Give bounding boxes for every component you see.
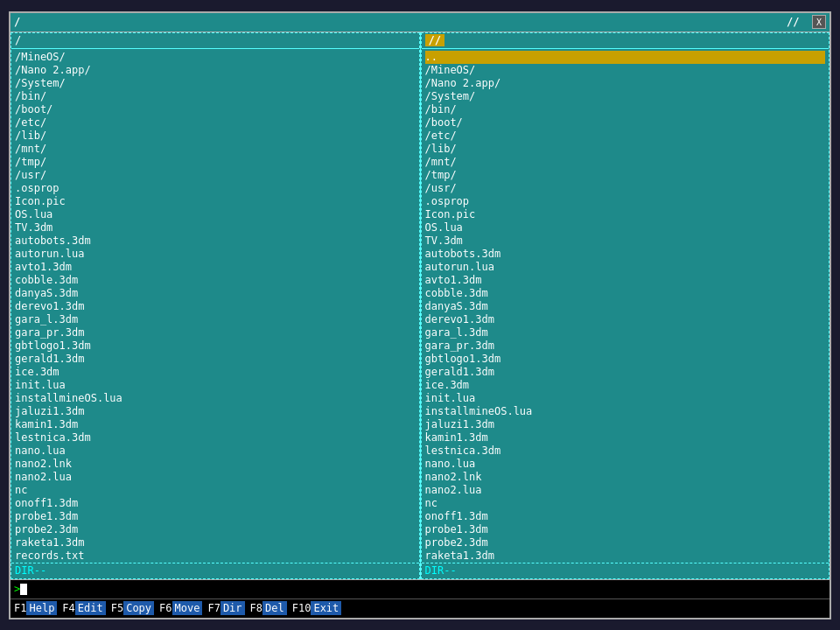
- list-item[interactable]: /boot/: [425, 116, 826, 130]
- list-item[interactable]: OS.lua: [425, 221, 826, 234]
- list-item[interactable]: ice.3dm: [15, 366, 416, 379]
- right-panel-title: //: [787, 16, 799, 28]
- list-item[interactable]: nc: [15, 484, 416, 497]
- list-item[interactable]: TV.3dm: [425, 234, 826, 248]
- left-panel-title: /: [14, 16, 20, 28]
- list-item[interactable]: /tmp/: [425, 169, 826, 182]
- list-item[interactable]: .osprop: [425, 195, 826, 208]
- right-panel-path: //: [425, 34, 444, 46]
- list-item[interactable]: cobble.3dm: [425, 287, 826, 300]
- list-item[interactable]: gara_pr.3dm: [425, 340, 826, 353]
- list-item[interactable]: /usr/: [425, 182, 826, 195]
- list-item[interactable]: nano.lua: [15, 444, 416, 458]
- list-item[interactable]: gerald1.3dm: [15, 353, 416, 366]
- list-item[interactable]: nano2.lnk: [425, 471, 826, 484]
- list-item[interactable]: /etc/: [425, 130, 826, 143]
- list-item[interactable]: /System/: [15, 77, 416, 90]
- fn-key-number: F6: [159, 602, 172, 614]
- list-item[interactable]: derevo1.3dm: [425, 313, 826, 326]
- terminal-bar: >: [10, 579, 830, 598]
- list-item[interactable]: TV.3dm: [15, 221, 416, 234]
- fn-key-label[interactable]: Dir: [220, 601, 245, 615]
- list-item[interactable]: /etc/: [15, 116, 416, 130]
- list-item[interactable]: onoff1.3dm: [425, 510, 826, 523]
- list-item[interactable]: nano2.lua: [15, 471, 416, 484]
- list-item[interactable]: avto1.3dm: [425, 274, 826, 287]
- list-item[interactable]: gara_l.3dm: [425, 326, 826, 340]
- list-item[interactable]: gara_pr.3dm: [15, 326, 416, 340]
- left-panel: / /MineOS//Nano 2.app//System//bin//boot…: [10, 32, 420, 579]
- list-item[interactable]: Icon.pic: [15, 195, 416, 208]
- list-item[interactable]: /bin/: [15, 90, 416, 103]
- title-bar-left: /: [14, 16, 284, 28]
- list-item[interactable]: nano2.lnk: [15, 458, 416, 471]
- panels-container: / /MineOS//Nano 2.app//System//bin//boot…: [10, 32, 830, 579]
- list-item[interactable]: lestnica.3dm: [425, 444, 826, 458]
- list-item[interactable]: /boot/: [15, 103, 416, 116]
- list-item[interactable]: Icon.pic: [425, 208, 826, 221]
- list-item[interactable]: gbtlogo1.3dm: [425, 353, 826, 366]
- list-item[interactable]: /bin/: [425, 103, 826, 116]
- list-item[interactable]: kamin1.3dm: [425, 431, 826, 444]
- list-item[interactable]: cobble.3dm: [15, 274, 416, 287]
- list-item[interactable]: danyaS.3dm: [425, 300, 826, 313]
- list-item[interactable]: autobots.3dm: [15, 234, 416, 248]
- list-item[interactable]: gara_l.3dm: [15, 313, 416, 326]
- list-item[interactable]: installmineOS.lua: [425, 405, 826, 418]
- list-item[interactable]: kamin1.3dm: [15, 418, 416, 431]
- list-item[interactable]: gbtlogo1.3dm: [15, 340, 416, 353]
- list-item[interactable]: raketa1.3dm: [425, 550, 826, 563]
- fn-key-label[interactable]: Help: [26, 601, 57, 615]
- list-item[interactable]: records.txt: [15, 550, 416, 563]
- list-item[interactable]: /mnt/: [425, 156, 826, 169]
- list-item[interactable]: autobots.3dm: [425, 248, 826, 261]
- fn-key-label[interactable]: Move: [172, 601, 203, 615]
- list-item[interactable]: /lib/: [425, 143, 826, 156]
- list-item[interactable]: init.lua: [425, 392, 826, 405]
- list-item[interactable]: /System/: [425, 90, 826, 103]
- list-item[interactable]: lestnica.3dm: [15, 431, 416, 444]
- list-item[interactable]: nc: [425, 497, 826, 510]
- list-item[interactable]: autorun.lua: [15, 248, 416, 261]
- list-item[interactable]: /Nano 2.app/: [425, 77, 826, 90]
- list-item[interactable]: /lib/: [15, 130, 416, 143]
- fn-key-number: F10: [292, 602, 312, 614]
- list-item[interactable]: ice.3dm: [425, 379, 826, 392]
- list-item[interactable]: jaluzi1.3dm: [15, 405, 416, 418]
- fn-key-label[interactable]: Edit: [75, 601, 106, 615]
- close-button[interactable]: X: [812, 15, 826, 29]
- list-item[interactable]: nano2.lua: [425, 484, 826, 497]
- list-item[interactable]: OS.lua: [15, 208, 416, 221]
- list-item[interactable]: /usr/: [15, 169, 416, 182]
- list-item[interactable]: installmineOS.lua: [15, 392, 416, 405]
- fn-key-label[interactable]: Copy: [123, 601, 154, 615]
- left-file-list: /MineOS//Nano 2.app//System//bin//boot//…: [15, 51, 416, 563]
- right-panel-content: ../MineOS//Nano 2.app//System//bin//boot…: [422, 49, 830, 563]
- list-item[interactable]: /MineOS/: [425, 64, 826, 77]
- fn-key-label[interactable]: Del: [262, 601, 287, 615]
- list-item[interactable]: probe1.3dm: [15, 510, 416, 523]
- list-item[interactable]: /Nano 2.app/: [15, 64, 416, 77]
- list-item[interactable]: .osprop: [15, 182, 416, 195]
- list-item[interactable]: raketa1.3dm: [15, 536, 416, 550]
- list-item[interactable]: probe2.3dm: [425, 536, 826, 550]
- list-item[interactable]: onoff1.3dm: [15, 497, 416, 510]
- right-file-list: ../MineOS//Nano 2.app//System//bin//boot…: [425, 51, 826, 563]
- list-item[interactable]: derevo1.3dm: [15, 300, 416, 313]
- list-item[interactable]: avto1.3dm: [15, 261, 416, 274]
- list-item[interactable]: nano.lua: [425, 458, 826, 471]
- fn-key-label[interactable]: Exit: [311, 601, 341, 615]
- fn-key-number: F8: [250, 602, 262, 614]
- list-item[interactable]: autorun.lua: [425, 261, 826, 274]
- list-item[interactable]: probe2.3dm: [15, 523, 416, 536]
- list-item[interactable]: jaluzi1.3dm: [425, 418, 826, 431]
- list-item[interactable]: /mnt/: [15, 143, 416, 156]
- list-item[interactable]: probe1.3dm: [425, 523, 826, 536]
- list-item[interactable]: /MineOS/: [15, 51, 416, 64]
- list-item[interactable]: /tmp/: [15, 156, 416, 169]
- list-item[interactable]: danyaS.3dm: [15, 287, 416, 300]
- list-item[interactable]: ..: [425, 51, 826, 64]
- right-panel: // ../MineOS//Nano 2.app//System//bin//b…: [421, 32, 830, 579]
- list-item[interactable]: init.lua: [15, 379, 416, 392]
- list-item[interactable]: gerald1.3dm: [425, 366, 826, 379]
